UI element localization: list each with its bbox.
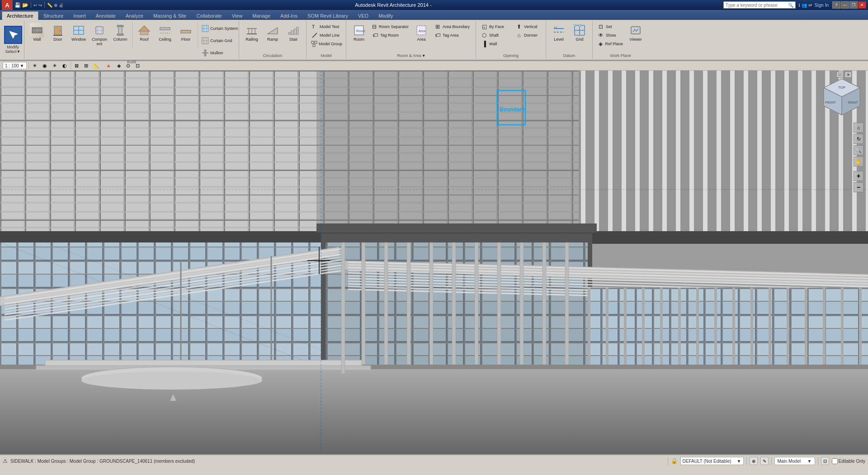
viewport-maximize[interactable]: □ (836, 71, 844, 78)
room-button[interactable]: Room Room (349, 22, 369, 49)
qa-snap-btn[interactable]: ⊕ (54, 3, 57, 8)
hide-show-crop-btn[interactable]: ⊞ (82, 62, 90, 70)
tag-room-button[interactable]: 🏷 Tag Room (370, 31, 410, 39)
nav-home-button[interactable]: ⌂ (854, 123, 863, 133)
nav-zoom-button[interactable]: 🔍 (854, 145, 863, 155)
nav-zoom-in[interactable]: + (854, 171, 863, 181)
ref-plane-button[interactable]: ◈ Ref Plane (595, 40, 625, 48)
sun-path-btn[interactable]: ☀ (51, 62, 59, 70)
curtain-grid-button[interactable]: Curtain Grid (200, 35, 236, 47)
show-button[interactable]: 👁 Show (595, 31, 625, 39)
workset-btn1[interactable]: ⊕ (750, 457, 758, 465)
shaft-button[interactable]: ⬡ Shaft (479, 31, 513, 39)
ceiling-button[interactable]: Ceiling (155, 22, 175, 49)
door-button[interactable]: Door (48, 22, 68, 49)
qa-print-btn[interactable]: 🖨 (59, 3, 63, 8)
nav-orbit-button[interactable]: ↻ (854, 134, 863, 144)
ramp-button[interactable]: Ramp (263, 22, 283, 49)
svg-text:TOP: TOP (838, 86, 845, 90)
tab-annotate[interactable]: Annotate (91, 11, 121, 20)
signin-button[interactable]: Sign In (815, 3, 829, 8)
qa-redo-btn[interactable]: ↪ (38, 3, 42, 8)
workset-btn2[interactable]: ✎ (760, 457, 769, 465)
tag-area-button[interactable]: 🏷 Tag Area (432, 31, 473, 39)
crop-view-btn[interactable]: ⊠ (73, 62, 80, 70)
tab-modify[interactable]: Modify (373, 11, 398, 20)
tab-massing[interactable]: Massing & Site (148, 11, 191, 20)
viewport[interactable]: Boundary TOP FRONT (0, 71, 868, 454)
wall-button[interactable]: Wall (27, 22, 47, 49)
model-line-button[interactable]: Model Line (309, 31, 343, 39)
reveal-hidden-btn[interactable]: ⊙ (124, 62, 132, 70)
shadows-btn[interactable]: ◐ (61, 62, 69, 70)
viewport-resize[interactable]: □ ✕ (836, 71, 852, 78)
viewer-button[interactable]: Viewer (626, 22, 646, 49)
tab-veo[interactable]: VEO (353, 11, 373, 20)
tab-analyze[interactable]: Analyze (121, 11, 148, 20)
select-dropdown[interactable]: Select ▼ (5, 49, 21, 54)
curtain-system-label: Curtain System (210, 26, 238, 31)
tab-som[interactable]: SOM Revit Library (302, 11, 353, 20)
main-model-dropdown[interactable]: Main Model ▼ (774, 457, 815, 465)
temp-hide-btn[interactable]: ◈ (115, 62, 123, 70)
component-label: Component (91, 38, 108, 47)
view-mode-dropdown[interactable]: DEFAULT (Not Editable) ▼ (680, 457, 744, 465)
grid-button[interactable]: Grid (570, 22, 590, 49)
vertical-button[interactable]: ⬆ Vertical (514, 23, 543, 31)
tab-insert[interactable]: Insert (68, 11, 91, 20)
navcube[interactable]: TOP FRONT RIGHT (819, 74, 864, 119)
area-button[interactable]: Area Area (411, 22, 431, 49)
curtain-system-button[interactable]: Curtain System (200, 23, 236, 34)
wall-open-button[interactable]: ▐ Wall (479, 40, 513, 48)
search-input[interactable] (726, 3, 788, 8)
unlock-btn[interactable]: 🔺 (104, 62, 113, 70)
roof-button[interactable]: Roof (134, 22, 154, 49)
display-config-btn[interactable]: ⊡ (821, 457, 829, 465)
detail-level-btn[interactable]: ☀ (31, 62, 39, 70)
restore-button[interactable]: ❐ (849, 1, 858, 9)
qa-measure-btn[interactable]: 📏 (47, 3, 52, 8)
editable-only-checkbox[interactable] (832, 458, 838, 464)
viewer-label: Viewer (629, 38, 642, 42)
tab-architecture[interactable]: Architecture (2, 11, 38, 20)
tab-view[interactable]: View (227, 11, 248, 20)
mullion-button[interactable]: Mullion (200, 47, 236, 59)
modify-button[interactable] (4, 26, 22, 44)
3d-view-btn[interactable]: 📐 (92, 62, 102, 70)
worksets-btn[interactable]: ⊡ (134, 62, 142, 70)
help-button[interactable]: ? (832, 1, 840, 9)
room-separator-button[interactable]: ⊟ Room Separator (370, 23, 410, 31)
model-group-button[interactable]: Model Group (309, 40, 343, 48)
room-area-dropdown[interactable]: ▾ (423, 53, 425, 58)
close-button[interactable]: ✕ (858, 1, 866, 9)
column-button[interactable]: Column (110, 22, 130, 49)
nav-zoom-out[interactable]: − (854, 182, 863, 192)
dormer-button[interactable]: ⌂ Dormer (514, 31, 543, 39)
tab-collaborate[interactable]: Collaborate (191, 11, 226, 20)
stair-button[interactable]: Stair (283, 22, 303, 49)
svg-rect-40 (288, 33, 291, 34)
tab-structure[interactable]: Structure (38, 11, 69, 20)
area-boundary-button[interactable]: ⊞ Area Boundary (432, 23, 473, 31)
floor-button[interactable]: Floor (176, 22, 196, 49)
qa-open-btn[interactable]: 📂 (22, 2, 28, 8)
by-face-button[interactable]: ◱ By Face (479, 23, 513, 31)
minimize-button[interactable]: — (841, 1, 849, 9)
level-button[interactable]: L1 Level (549, 22, 569, 49)
visual-style-btn[interactable]: ◉ (41, 62, 49, 70)
qa-undo-btn[interactable]: ↩ (33, 3, 37, 8)
exchange-icon: ⇄ (808, 3, 812, 8)
railing-button[interactable]: Railing (242, 22, 262, 49)
window-button[interactable]: Window (69, 22, 89, 49)
tab-addins[interactable]: Add-Ins (275, 11, 302, 20)
scale-value: 1 : 100 (5, 63, 19, 68)
component-button[interactable]: Component (90, 22, 109, 49)
tab-manage[interactable]: Manage (247, 11, 275, 20)
set-button[interactable]: ⊡ Set (595, 23, 625, 31)
status-lock-icon[interactable]: 🔒 (671, 458, 678, 464)
scale-display[interactable]: 1 : 100 ▼ (3, 62, 27, 69)
nav-pan-button[interactable]: ✋ (854, 157, 863, 166)
qa-new-btn[interactable]: 💾 (14, 2, 21, 8)
viewport-close[interactable]: ✕ (844, 71, 852, 78)
model-text-button[interactable]: T Model Text (309, 23, 343, 31)
